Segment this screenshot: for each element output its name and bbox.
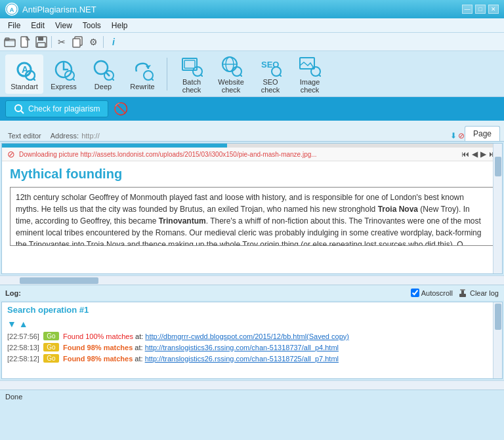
settings-button[interactable]: ⚙ <box>86 35 100 49</box>
content-hscrollbar-thumb[interactable] <box>20 277 98 284</box>
content-scrollbar[interactable] <box>493 144 502 273</box>
log-search-op: Search operation #1 <box>2 302 502 317</box>
log-nav-down[interactable]: ▼ <box>7 319 16 329</box>
check-type-group: Batch check Website check SEO <box>173 54 329 94</box>
body-bold-1: Troia Nova <box>378 205 418 214</box>
check-plagiarism-button[interactable]: Check for plagiarism <box>5 100 108 117</box>
error-icon: ⊘ <box>7 149 15 159</box>
log-entry-3: [22:58:12] Go Found 98% matches at: http… <box>2 353 502 364</box>
log-scrollbar-thumb[interactable] <box>495 304 501 330</box>
close-button[interactable]: ✕ <box>488 5 499 14</box>
check-btn-label: Check for plagiarism <box>28 104 100 113</box>
log-go-3[interactable]: Go <box>43 354 59 363</box>
log-match-2: Found 98% matches at: http://translogist… <box>63 344 339 351</box>
log-bar: Log: Autoscroll Clear log <box>0 285 504 300</box>
nav-controls: ⏮ ◀ ▶ ⏭ <box>461 150 497 159</box>
seo-label: SEO check <box>254 78 287 94</box>
svg-line-13 <box>33 79 35 81</box>
info-button[interactable]: i <box>106 35 121 49</box>
log-go-2[interactable]: Go <box>43 343 59 351</box>
website-label: Website check <box>215 78 247 94</box>
log-time-1: [22:57:56] <box>7 332 39 340</box>
address-section: Address: ⬇ ⊘ <box>51 131 465 140</box>
content-area: ⊘ Downloading picture http://assets.lond… <box>1 143 503 274</box>
broom-icon <box>458 289 467 298</box>
page-tab[interactable]: Page <box>465 126 500 141</box>
log-time-2: [22:58:13] <box>7 344 39 351</box>
new-file-button[interactable] <box>18 35 33 49</box>
mode-deep-button[interactable]: Deep <box>84 54 122 94</box>
deep-label: Deep <box>94 83 112 90</box>
clear-log-button[interactable]: Clear log <box>458 289 499 298</box>
downloading-text: Downloading picture http://assets.london… <box>19 151 317 158</box>
website-icon <box>219 54 243 77</box>
mode-website-button[interactable]: Website check <box>212 54 250 94</box>
log-link-2[interactable]: http://translogistics36.rssing.com/chan-… <box>145 344 339 351</box>
standart-label: Standart <box>10 83 38 90</box>
save-button[interactable] <box>34 35 49 49</box>
cut-button[interactable]: ✂ <box>54 35 69 49</box>
address-label: Address: <box>51 132 79 140</box>
log-match-pct-3: Found 98% matches <box>63 355 133 363</box>
mode-batch-button[interactable]: Batch check <box>173 54 211 94</box>
menu-edit[interactable]: Edit <box>26 20 50 31</box>
cancel-url-icon[interactable]: ⊘ <box>458 131 465 140</box>
address-input[interactable] <box>81 132 448 140</box>
svg-line-35 <box>280 75 282 77</box>
log-scrollbar[interactable] <box>493 302 502 378</box>
menu-view[interactable]: View <box>50 20 77 31</box>
nav-first-btn[interactable]: ⏮ <box>461 150 469 159</box>
express-label: Express <box>51 83 77 90</box>
mode-seo-button[interactable]: SEO SEO check <box>251 54 289 94</box>
mode-standart-button[interactable]: A Standart <box>5 54 43 94</box>
mode-divider <box>167 58 167 90</box>
log-match-pct-2: Found 98% matches <box>63 344 133 351</box>
action-bar: Check for plagiarism 🚫 <box>0 97 504 121</box>
mode-express-button[interactable]: Express <box>45 54 83 94</box>
maximize-button[interactable]: □ <box>475 5 486 14</box>
svg-rect-6 <box>38 37 43 41</box>
loading-bar-fill <box>2 144 227 148</box>
content-hscrollbar[interactable] <box>0 275 504 285</box>
svg-point-37 <box>311 67 320 76</box>
log-nav-up[interactable]: ▲ <box>19 319 28 329</box>
download-icon[interactable]: ⬇ <box>450 131 457 140</box>
mode-rewrite-button[interactable]: Rewrite <box>123 54 161 94</box>
svg-point-39 <box>15 105 22 111</box>
log-go-1[interactable]: Go <box>43 332 59 340</box>
nav-next-btn[interactable]: ▶ <box>480 150 486 159</box>
cancel-button[interactable]: 🚫 <box>114 102 128 116</box>
copy-button[interactable] <box>70 35 85 49</box>
svg-point-22 <box>144 71 153 80</box>
content-body: Mythical founding 12th century scholar G… <box>2 161 502 251</box>
autoscroll-input[interactable] <box>411 289 419 297</box>
svg-line-20 <box>112 79 114 81</box>
log-at-3: at: <box>135 355 144 363</box>
svg-line-23 <box>152 79 154 81</box>
nav-prev-btn[interactable]: ◀ <box>472 150 478 159</box>
log-hscrollbar[interactable] <box>0 380 504 390</box>
tab-section: Text editor Address: ⬇ ⊘ <box>4 130 465 141</box>
menu-help[interactable]: Help <box>106 20 133 31</box>
open-folder-button[interactable] <box>3 35 17 49</box>
log-link-3[interactable]: http://translogistics26.rssing.com/chan-… <box>145 355 339 363</box>
autoscroll-checkbox[interactable]: Autoscroll <box>411 289 453 297</box>
menu-file[interactable]: File <box>3 20 26 31</box>
rewrite-label: Rewrite <box>130 83 154 90</box>
toolbar-divider-2 <box>103 36 104 48</box>
downloading-status: ⊘ Downloading picture http://assets.lond… <box>2 148 502 161</box>
minimize-button[interactable]: — <box>462 5 472 14</box>
image-icon <box>298 54 322 77</box>
toolbar-divider-1 <box>51 36 52 48</box>
log-link-1[interactable]: http://dbmgrrr-cwdd.blogspot.com/2015/12… <box>145 332 349 340</box>
svg-line-38 <box>319 75 321 77</box>
mode-image-button[interactable]: Image check <box>291 54 329 94</box>
content-scrollbar-thumb[interactable] <box>495 157 501 176</box>
svg-rect-43 <box>460 289 465 290</box>
log-content-area: Search operation #1 ▼ ▲ [22:57:56] Go Fo… <box>1 302 503 379</box>
svg-line-18 <box>106 72 110 76</box>
batch-icon <box>180 54 203 77</box>
log-controls: Autoscroll Clear log <box>411 289 499 298</box>
menu-tools[interactable]: Tools <box>77 20 106 31</box>
log-label: Log: <box>5 289 21 297</box>
